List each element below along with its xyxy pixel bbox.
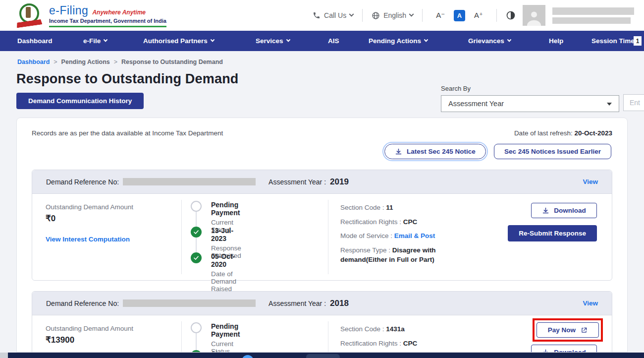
efiling-logo[interactable]: e-Filing Anywhere Anytime Income Tax Dep… [49,4,166,27]
bottom-bar [0,353,644,358]
chevron-down-icon [424,37,428,41]
divider [328,200,328,274]
language-menu[interactable]: English [372,11,413,20]
font-decrease-button[interactable]: A⁻ [436,11,445,20]
status-done-icon [191,252,202,263]
brand-name: e-Filing [49,4,88,17]
chevron-down-icon [349,11,354,16]
divider [422,9,423,22]
breadcrumb-dashboard[interactable]: Dashboard [17,59,50,65]
demand-card-2018: Demand Reference No: Assessment Year : 2… [32,291,612,353]
outstanding-demand-panel: Records are as per the data available at… [16,118,628,353]
assessment-year-label: Assessment Year : [268,299,326,307]
assessment-year-value: 2018 [330,298,349,308]
income-tax-emblem-icon [17,3,41,27]
pay-now-annotation-highlight: Pay Now [533,318,603,342]
section-code-value: 1431a [386,325,405,333]
breadcrumb-pending-actions[interactable]: Pending Actions [61,59,110,65]
demand-ref-label: Demand Reference No: [46,178,119,186]
font-normal-button[interactable]: A [454,10,465,21]
chat-bubble-partial[interactable] [242,355,254,358]
download-icon [542,207,549,214]
call-us-menu[interactable]: Call Us [313,11,353,19]
session-timer-digit: 1 [634,36,642,46]
language-label: English [383,11,406,19]
download-icon [542,349,549,353]
chevron-down-icon [507,37,511,41]
download-button[interactable]: Download [531,203,597,218]
chevron-down-icon [211,37,215,41]
demand-communication-history-button[interactable]: Demand Communication History [16,93,144,109]
rectification-rights-value: CPC [403,340,418,347]
phone-icon [313,11,321,19]
contrast-toggle-icon[interactable] [506,10,516,20]
scroll-corner [0,353,8,358]
pay-now-button[interactable]: Pay Now [537,322,599,338]
status-done-icon [191,227,202,238]
nav-help[interactable]: Help [549,31,563,51]
status-pending-icon [191,322,202,333]
section-code-value: 11 [386,204,393,211]
nav-grievances[interactable]: Grievances [468,31,511,51]
external-link-icon [581,327,588,334]
download-button[interactable]: Download [531,345,597,353]
last-refresh-date: 20-Oct-2023 [574,129,612,137]
outstanding-amount-label: Outstanding Demand Amount [46,325,133,332]
chevron-down-icon [286,37,290,41]
outstanding-amount-value: ₹0 [46,213,133,224]
view-interest-computation-link[interactable]: View Interest Computation [46,236,133,243]
call-us-label: Call Us [324,11,346,19]
demand-card-2019: Demand Reference No: Assessment Year : 2… [32,170,612,281]
rectification-rights-value: CPC [403,218,418,226]
user-name-redacted [552,7,634,24]
divider [181,200,182,274]
divider [362,9,363,22]
user-avatar[interactable] [523,5,545,26]
last-refresh: Date of last refresh: 20-Oct-2023 [514,129,612,137]
search-by-select[interactable]: Assessment Year [441,95,619,112]
brand-tagline: Anywhere Anytime [92,9,146,16]
font-increase-button[interactable]: A⁺ [474,11,483,20]
download-icon [395,148,402,155]
globe-icon [372,11,380,20]
nav-pending-actions[interactable]: Pending Actions [369,31,428,51]
view-link[interactable]: View [583,299,598,307]
session-time-label: Session Time [591,31,635,51]
main-navigation: Dashboard e-File Authorised Partners Ser… [0,31,644,51]
assessment-year-search-input[interactable]: Ent [623,94,644,111]
breadcrumb: Dashboard > Pending Actions > Response t… [0,51,644,65]
divider [328,321,328,353]
resubmit-response-button[interactable]: Re-Submit Response [508,225,597,241]
search-by-selected-value: Assessment Year [448,100,504,108]
demand-ref-redacted [123,299,256,307]
nav-services[interactable]: Services [256,31,290,51]
nav-dashboard[interactable]: Dashboard [17,31,53,51]
view-link[interactable]: View [583,178,598,185]
divider [181,321,182,353]
footer-button-partial[interactable] [306,354,340,358]
mode-of-service-value: Email & Post [394,232,435,239]
outstanding-amount-label: Outstanding Demand Amount [46,203,133,211]
records-note: Records are as per the data available at… [32,129,223,137]
nav-efile[interactable]: e-File [83,31,107,51]
dropdown-caret-icon [607,103,612,106]
demand-ref-label: Demand Reference No: [46,299,119,307]
outstanding-amount-value: ₹13900 [46,335,133,345]
nav-authorised-partners[interactable]: Authorised Partners [143,31,214,51]
divider [496,9,497,22]
assessment-year-value: 2019 [330,177,349,187]
chevron-down-icon [409,11,414,16]
demand-ref-redacted [123,178,256,185]
demand-details: Section Code : 11 Rectification Rights :… [340,203,464,269]
search-by-label: Search By [441,85,619,92]
status-pending-icon [191,201,202,212]
chevron-down-icon [104,37,107,41]
brand-department: Income Tax Department, Government of Ind… [49,18,166,24]
demand-details: Section Code : 1431a Rectification Right… [340,324,464,353]
top-header: e-Filing Anywhere Anytime Income Tax Dep… [0,0,644,31]
nav-ais[interactable]: AIS [328,31,339,51]
assessment-year-label: Assessment Year : [268,178,326,186]
latest-sec-245-notice-button[interactable]: Latest Sec 245 Notice [384,144,486,159]
sec-245-notices-earlier-button[interactable]: Sec 245 Notices Issued Earlier [494,144,611,159]
breadcrumb-current-page: Response to Outstanding Demand [121,59,223,65]
